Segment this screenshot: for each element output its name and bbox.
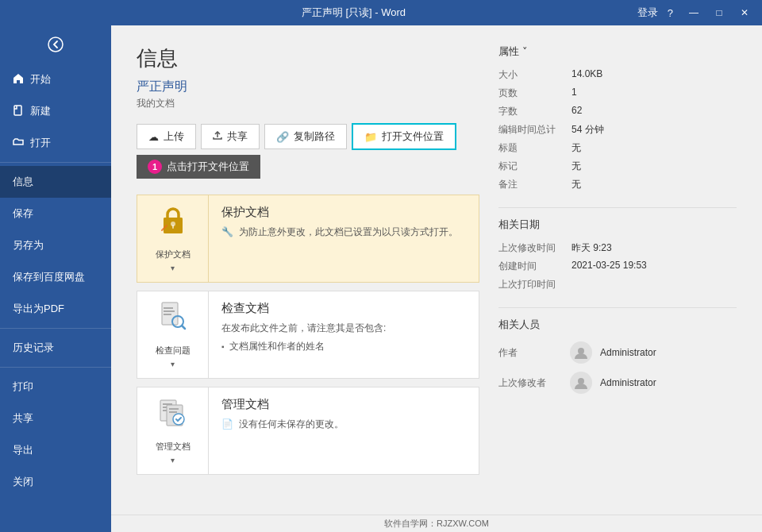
sidebar-label-info: 信息	[13, 175, 33, 189]
upload-label: 上传	[164, 129, 184, 144]
sidebar-item-save[interactable]: 保存	[0, 198, 111, 229]
inspect-arrow: ▾	[171, 360, 175, 368]
inspect-desc: 在发布此文件之前，请注意其是否包含: ▪ 文档属性和作者的姓名	[221, 321, 466, 354]
sidebar-label-open: 打开	[30, 136, 51, 150]
prop-edittime: 编辑时间总计 54 分钟	[498, 123, 737, 137]
manage-desc: 📄 没有任何未保存的更改。	[221, 417, 466, 432]
inspect-card-icon[interactable]: 检查问题 ▾	[137, 291, 209, 378]
sidebar-item-exportout[interactable]: 导出	[0, 434, 111, 466]
sidebar-item-info[interactable]: 信息	[0, 166, 111, 198]
openfile-button[interactable]: 📁 打开文件位置	[352, 123, 456, 150]
dates-title: 相关日期	[498, 218, 737, 235]
sidebar-item-close[interactable]: 关闭	[0, 466, 111, 498]
avatar-modifier	[570, 372, 592, 394]
statusbar-text: 软件自学网：RJZXW.COM	[384, 518, 489, 530]
sidebar-label-close: 关闭	[13, 475, 33, 489]
svg-point-20	[578, 348, 584, 354]
help-button[interactable]: ?	[668, 7, 673, 19]
lock-icon	[159, 205, 187, 242]
dates-section: 相关日期 上次修改时间 昨天 9:23 创建时间 2021-03-25 19:5…	[498, 218, 737, 291]
content-inner: 信息 严正声明 我的文档 ☁ 上传 共享	[111, 25, 762, 515]
sidebar-item-open[interactable]: 打开	[0, 127, 111, 159]
share-label: 共享	[227, 129, 248, 144]
protect-card-icon[interactable]: 保护文档 ▾	[137, 195, 209, 282]
back-button[interactable]	[0, 25, 111, 64]
manage-label: 管理文档	[156, 441, 190, 453]
sidebar-label-new: 新建	[30, 104, 51, 118]
protect-content: 保护文档 🔧 为防止意外更改，此文档已设置为以只读方式打开。	[209, 195, 479, 282]
doc-title: 严正声明	[137, 79, 479, 95]
manage-title: 管理文档	[221, 397, 466, 412]
inspect-title: 检查文档	[221, 301, 466, 316]
divider-2	[498, 307, 737, 308]
titlebar: 严正声明 [只读] - Word 登录 ? — □ ✕	[0, 0, 762, 25]
sidebar-item-export[interactable]: 导出为PDF	[0, 293, 111, 325]
right-panel: 属性 ˅ 大小 14.0KB 页数 1 字数 62 编辑时间总计	[498, 44, 737, 495]
open-location-tooltip[interactable]: 1 点击打开文件位置	[137, 155, 260, 179]
svg-rect-7	[164, 307, 173, 309]
manage-content: 管理文档 📄 没有任何未保存的更改。	[209, 387, 479, 474]
share-icon	[213, 131, 222, 143]
protect-arrow: ▾	[171, 264, 175, 272]
sidebar-item-share[interactable]: 共享	[0, 403, 111, 434]
prop-size: 大小 14.0KB	[498, 68, 737, 82]
manage-card: 管理文档 ▾ 管理文档 📄 没有任何未保存的更改。	[137, 387, 479, 475]
date-modified: 上次修改时间 昨天 9:23	[498, 241, 737, 255]
inspect-card: 检查问题 ▾ 检查文档 在发布此文件之前，请注意其是否包含: ▪ 文档属性和作者…	[137, 291, 479, 379]
svg-rect-1	[14, 106, 21, 115]
close-button[interactable]: ✕	[733, 4, 756, 21]
copypath-label: 复制路径	[294, 129, 335, 144]
inspect-content: 检查文档 在发布此文件之前，请注意其是否包含: ▪ 文档属性和作者的姓名	[209, 291, 479, 378]
svg-point-0	[48, 37, 63, 52]
sidebar-divider-2	[0, 328, 111, 329]
svg-rect-8	[164, 310, 175, 312]
sidebar-item-new[interactable]: 新建	[0, 95, 111, 127]
login-button[interactable]: 登录	[637, 6, 658, 20]
open-icon	[13, 137, 24, 150]
sidebar-label-export: 导出为PDF	[13, 302, 64, 316]
inspect-label: 检查问题	[156, 345, 190, 357]
inspect-icon	[159, 301, 187, 338]
person-author: 作者 Administrator	[498, 341, 737, 364]
minimize-button[interactable]: —	[683, 4, 705, 21]
prop-title: 标题 无	[498, 141, 737, 155]
sidebar-label-saveas: 另存为	[13, 238, 44, 253]
sidebar-item-start[interactable]: 开始	[0, 64, 111, 95]
sidebar-label-start: 开始	[30, 72, 51, 87]
upload-icon: ☁	[148, 131, 159, 143]
upload-button[interactable]: ☁ 上传	[137, 124, 196, 149]
new-icon	[13, 105, 24, 118]
svg-point-21	[578, 378, 584, 384]
share-button[interactable]: 共享	[201, 124, 260, 149]
page-title: 信息	[137, 44, 479, 72]
openfile-icon: 📁	[364, 131, 377, 143]
protect-title: 保护文档	[221, 205, 466, 220]
start-icon	[13, 73, 24, 87]
sidebar-divider-3	[0, 367, 111, 368]
sidebar-item-history[interactable]: 历史记录	[0, 332, 111, 364]
sidebar-label-share: 共享	[13, 411, 33, 426]
date-printed: 上次打印时间	[498, 278, 737, 291]
sidebar-item-print[interactable]: 打印	[0, 371, 111, 403]
manage-desc-icon: 📄	[221, 418, 233, 430]
properties-title[interactable]: 属性 ˅	[498, 44, 737, 62]
svg-rect-18	[169, 411, 177, 413]
tooltip-badge: 1	[148, 160, 162, 174]
prop-pages: 页数 1	[498, 87, 737, 100]
svg-rect-5	[172, 225, 174, 229]
protect-label: 保护文档	[156, 249, 190, 260]
protect-icon-small: 🔧	[221, 226, 233, 237]
maximize-button[interactable]: □	[708, 4, 730, 21]
copypath-icon: 🔗	[276, 131, 289, 143]
manage-card-icon[interactable]: 管理文档 ▾	[137, 387, 209, 474]
statusbar: 软件自学网：RJZXW.COM	[111, 515, 762, 532]
bullet-icon: ▪	[221, 341, 225, 353]
svg-rect-9	[164, 314, 171, 315]
sidebar-label-history: 历史记录	[13, 341, 54, 355]
tooltip-label: 点击打开文件位置	[167, 160, 249, 174]
manage-arrow: ▾	[171, 456, 175, 465]
sidebar-item-saveas[interactable]: 另存为	[0, 229, 111, 261]
copypath-button[interactable]: 🔗 复制路径	[264, 124, 347, 149]
sidebar-item-saveto[interactable]: 保存到百度网盘	[0, 261, 111, 293]
sidebar-label-exportout: 导出	[13, 443, 33, 457]
